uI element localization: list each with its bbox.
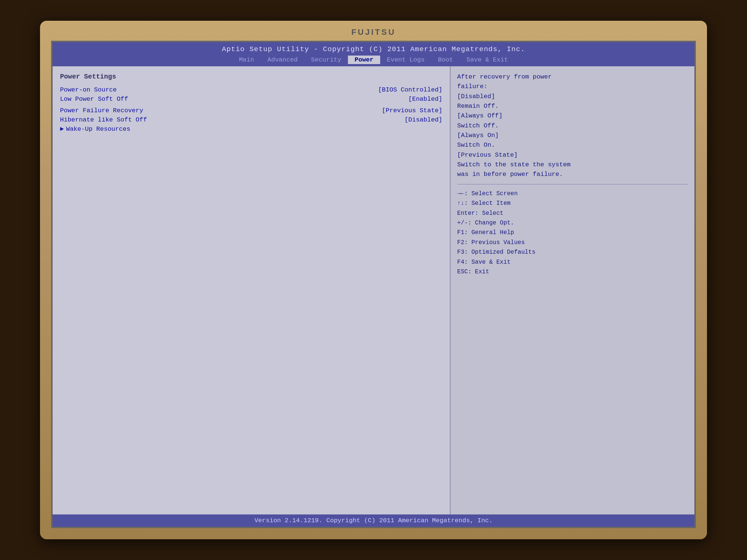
value-low-power: [Enabled]	[408, 96, 442, 103]
label-wake-up: Wake-Up Resources	[66, 126, 130, 133]
bios-body: Power Settings Power-on Source [BIOS Con…	[53, 66, 694, 514]
monitor: FUJITSU Aptio Setup Utility - Copyright …	[40, 21, 707, 539]
value-power-failure: [Previous State]	[382, 107, 442, 114]
nav-power[interactable]: Power	[348, 56, 380, 64]
nav-main[interactable]: Main	[232, 56, 261, 64]
setting-row-power-failure[interactable]: Power Failure Recovery [Previous State]	[60, 107, 442, 114]
label-low-power: Low Power Soft Off	[60, 96, 128, 103]
setting-row-hibernate[interactable]: Hibernate like Soft Off [Disabled]	[60, 116, 442, 123]
label-hibernate: Hibernate like Soft Off	[60, 116, 147, 123]
help-divider	[457, 184, 688, 184]
monitor-brand: FUJITSU	[351, 27, 396, 37]
monitor-screen: Aptio Setup Utility - Copyright (C) 2011…	[51, 41, 696, 528]
bios-footer: Version 2.14.1219. Copyright (C) 2011 Am…	[53, 514, 694, 527]
wake-up-resources-row[interactable]: ► Wake-Up Resources	[60, 126, 442, 133]
nav-security[interactable]: Security	[304, 56, 348, 64]
nav-boot[interactable]: Boot	[431, 56, 460, 64]
bios-right-panel: After recovery from power failure: [Disa…	[451, 66, 694, 514]
shortcuts-block: →←: Select Screen ↑↓: Select Item Enter:…	[457, 189, 688, 277]
value-power-on-source: [BIOS Controlled]	[378, 86, 442, 93]
label-power-on-source: Power-on Source	[60, 86, 117, 93]
section-title: Power Settings	[60, 73, 442, 80]
setting-row-low-power[interactable]: Low Power Soft Off [Enabled]	[60, 96, 442, 103]
nav-advanced[interactable]: Advanced	[261, 56, 305, 64]
bios-nav: Main Advanced Security Power Event Logs …	[53, 55, 694, 66]
bios-left-panel: Power Settings Power-on Source [BIOS Con…	[53, 66, 451, 514]
nav-save-exit[interactable]: Save & Exit	[460, 56, 515, 64]
nav-event-logs[interactable]: Event Logs	[380, 56, 431, 64]
setting-row-power-on-source[interactable]: Power-on Source [BIOS Controlled]	[60, 86, 442, 93]
bios-wrapper: Aptio Setup Utility - Copyright (C) 2011…	[53, 42, 694, 527]
label-power-failure: Power Failure Recovery	[60, 107, 143, 114]
bios-header: Aptio Setup Utility - Copyright (C) 2011…	[53, 42, 694, 55]
help-text-block: After recovery from power failure: [Disa…	[457, 72, 688, 180]
arrow-icon: ►	[60, 126, 64, 133]
value-hibernate: [Disabled]	[405, 116, 442, 123]
